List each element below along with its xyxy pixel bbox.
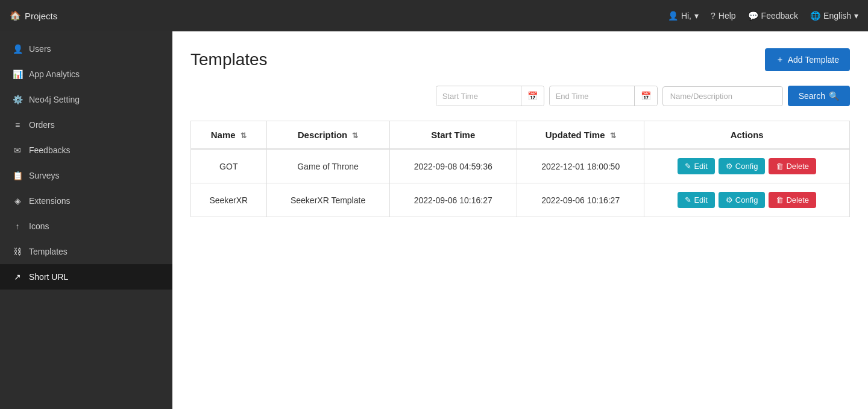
start-time-wrap: 📅 — [436, 86, 544, 106]
sidebar-label-short-url: Short URL — [29, 272, 68, 282]
end-time-calendar-button[interactable]: 📅 — [634, 86, 657, 106]
name-description-input[interactable] — [662, 86, 783, 106]
sidebar-item-orders[interactable]: ≡ Orders — [0, 112, 172, 138]
delete-button-1[interactable]: 🗑 Delete — [769, 192, 816, 208]
settings-icon: ⚙️ — [12, 95, 23, 104]
sidebar-item-surveys[interactable]: 📋 Surveys — [0, 163, 172, 188]
users-icon: 👤 — [12, 44, 23, 54]
language-dropdown-arrow: ▾ — [854, 11, 858, 21]
col-description: Description ⇅ — [266, 121, 389, 150]
description-sort-icon[interactable]: ⇅ — [352, 132, 358, 140]
user-icon: 👤 — [668, 11, 678, 21]
col-updated-time-label: Updated Time — [546, 130, 605, 140]
col-description-label: Description — [298, 130, 348, 140]
config-icon-0: ⚙ — [726, 162, 733, 171]
help-link[interactable]: ? Help — [711, 11, 736, 21]
sidebar-label-feedbacks: Feedbacks — [29, 145, 70, 155]
col-name: Name ⇅ — [191, 121, 267, 150]
edit-button-0[interactable]: ✎ Edit — [678, 158, 714, 174]
config-button-1[interactable]: ⚙ Config — [719, 192, 766, 208]
sidebar-item-feedbacks[interactable]: ✉ Feedbacks — [0, 138, 172, 163]
sidebar: 👤 Users 📊 App Analytics ⚙️ Neo4j Setting… — [0, 31, 172, 409]
sidebar-item-icons[interactable]: ↑ Icons — [0, 214, 172, 239]
layout: 👤 Users 📊 App Analytics ⚙️ Neo4j Setting… — [0, 31, 868, 409]
search-button[interactable]: Search 🔍 — [788, 86, 850, 106]
dropdown-arrow-icon: ▾ — [694, 11, 699, 21]
feedback-icon: 💬 — [748, 11, 758, 21]
sidebar-label-users: Users — [29, 44, 51, 54]
updated-time-sort-icon[interactable]: ⇅ — [610, 132, 616, 140]
sidebar-item-app-analytics[interactable]: 📊 App Analytics — [0, 62, 172, 87]
top-nav: 🏠 Projects 👤 Hi, ▾ ? Help 💬 Feedback 🌐 E… — [0, 0, 868, 31]
delete-button-0[interactable]: 🗑 Delete — [769, 158, 816, 174]
config-icon-1: ⚙ — [726, 195, 733, 204]
sidebar-label-orders: Orders — [29, 120, 55, 130]
projects-link[interactable]: 🏠 Projects — [10, 10, 57, 21]
cell-actions-1: ✎ Edit ⚙ Config 🗑 Delete — [644, 183, 850, 217]
page-title: Templates — [190, 50, 268, 69]
sidebar-item-templates[interactable]: ⛓ Templates — [0, 239, 172, 264]
cell-start-time-0: 2022-09-08 04:59:36 — [389, 149, 517, 183]
search-icon: 🔍 — [829, 91, 839, 101]
edit-icon-0: ✎ — [685, 162, 691, 171]
add-template-label: Add Template — [788, 55, 839, 65]
edit-button-1[interactable]: ✎ Edit — [678, 192, 714, 208]
cell-name-1: SeekerXR — [191, 183, 267, 217]
sidebar-item-neo4j-setting[interactable]: ⚙️ Neo4j Setting — [0, 87, 172, 112]
start-time-input[interactable] — [436, 87, 521, 106]
filter-row: 📅 📅 Search 🔍 — [190, 86, 850, 106]
icons-icon: ↑ — [12, 221, 23, 231]
config-button-0[interactable]: ⚙ Config — [719, 158, 766, 174]
trash-icon-0: 🗑 — [776, 162, 784, 171]
analytics-icon: 📊 — [12, 69, 23, 79]
cell-updated-time-1: 2022-09-06 10:16:27 — [517, 183, 644, 217]
table-header-row: Name ⇅ Description ⇅ Start Time Updated … — [191, 121, 850, 150]
name-sort-icon[interactable]: ⇅ — [241, 132, 247, 140]
cell-description-1: SeekerXR Template — [266, 183, 389, 217]
projects-label: Projects — [25, 11, 57, 21]
col-name-label: Name — [211, 130, 236, 140]
user-greeting: Hi, — [681, 11, 691, 21]
sidebar-item-extensions[interactable]: ◈ Extensions — [0, 188, 172, 214]
extensions-icon: ◈ — [12, 196, 23, 206]
end-time-input[interactable] — [550, 87, 634, 106]
col-start-time-label: Start Time — [431, 130, 475, 140]
cell-description-0: Game of Throne — [266, 149, 389, 183]
start-time-calendar-button[interactable]: 📅 — [521, 86, 544, 106]
sidebar-label-app-analytics: App Analytics — [29, 69, 80, 79]
sidebar-item-short-url[interactable]: ↗ Short URL — [0, 264, 172, 290]
templates-icon: ⛓ — [12, 247, 23, 256]
action-buttons-1: ✎ Edit ⚙ Config 🗑 Delete — [654, 192, 840, 208]
col-start-time: Start Time — [389, 121, 517, 150]
orders-icon: ≡ — [12, 120, 23, 130]
col-actions-label: Actions — [731, 130, 764, 140]
globe-icon: 🌐 — [810, 11, 820, 21]
short-url-icon: ↗ — [12, 272, 23, 282]
sidebar-label-surveys: Surveys — [29, 171, 60, 180]
cell-name-0: GOT — [191, 149, 267, 183]
cell-updated-time-0: 2022-12-01 18:00:50 — [517, 149, 644, 183]
add-template-button[interactable]: ＋ Add Template — [765, 48, 850, 71]
edit-icon-1: ✎ — [685, 195, 691, 204]
sidebar-item-users[interactable]: 👤 Users — [0, 36, 172, 62]
feedbacks-icon: ✉ — [12, 145, 23, 155]
table-row: GOT Game of Throne 2022-09-08 04:59:36 2… — [191, 149, 850, 183]
sidebar-label-icons: Icons — [29, 221, 49, 231]
language-label: English — [823, 11, 851, 21]
cell-actions-0: ✎ Edit ⚙ Config 🗑 Delete — [644, 149, 850, 183]
help-icon: ? — [711, 11, 715, 21]
help-label: Help — [719, 11, 736, 21]
action-buttons-0: ✎ Edit ⚙ Config 🗑 Delete — [654, 158, 840, 174]
top-nav-right: 👤 Hi, ▾ ? Help 💬 Feedback 🌐 English ▾ — [668, 11, 858, 21]
user-menu[interactable]: 👤 Hi, ▾ — [668, 11, 699, 21]
plus-icon: ＋ — [776, 54, 784, 65]
trash-icon-1: 🗑 — [776, 195, 784, 204]
feedback-link[interactable]: 💬 Feedback — [748, 11, 798, 21]
cell-start-time-1: 2022-09-06 10:16:27 — [389, 183, 517, 217]
sidebar-label-extensions: Extensions — [29, 196, 70, 206]
table-row: SeekerXR SeekerXR Template 2022-09-06 10… — [191, 183, 850, 217]
sidebar-label-neo4j: Neo4j Setting — [29, 95, 80, 104]
language-selector[interactable]: 🌐 English ▾ — [810, 11, 858, 21]
sidebar-label-templates: Templates — [29, 247, 68, 256]
templates-table: Name ⇅ Description ⇅ Start Time Updated … — [190, 121, 850, 217]
